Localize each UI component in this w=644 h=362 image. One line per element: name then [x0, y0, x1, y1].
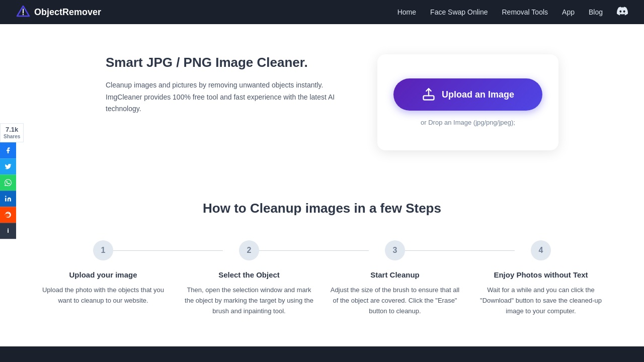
nav-links: Home Face Swap Online Removal Tools App … — [397, 6, 628, 19]
steps-title: How to Cleanup images in a few Steps — [30, 201, 614, 216]
step-3-title: Start Cleanup — [370, 270, 420, 279]
social-sidebar: 7.1k Shares i — [0, 123, 24, 239]
step-2: 2 Select the Object Then, open the selec… — [176, 240, 322, 316]
hero-title: Smart JPG / PNG Image Cleaner. — [106, 54, 337, 71]
upload-button[interactable]: Upload an Image — [393, 78, 542, 111]
upload-icon — [422, 87, 436, 102]
footer-banner: Interested how our image cleanup tool wo… — [0, 346, 644, 362]
step-4-title: Enjoy Photos without Text — [494, 270, 588, 279]
logo-icon — [16, 5, 30, 19]
step-2-title: Select the Object — [218, 270, 280, 279]
step-4-circle: 4 — [531, 240, 551, 260]
step-1-circle: 1 — [93, 240, 113, 260]
drop-text: or Drop an Image (jpg/png/jpeg); — [421, 119, 515, 126]
step-1-desc: Upload the photo with the objects that y… — [38, 285, 168, 306]
nav-blog[interactable]: Blog — [589, 8, 603, 16]
nav-removal-tools[interactable]: Removal Tools — [502, 8, 548, 16]
discord-icon[interactable] — [617, 6, 628, 19]
share-count: 7.1k — [4, 126, 20, 134]
steps-row: 1 Upload your image Upload the photo wit… — [30, 240, 614, 316]
step-2-circle: 2 — [239, 240, 259, 260]
share-label: Shares — [4, 134, 20, 140]
svg-point-2 — [23, 14, 24, 15]
whatsapp-share-button[interactable] — [0, 174, 16, 191]
step-1-line — [113, 250, 223, 251]
social-count: 7.1k Shares — [0, 123, 24, 142]
step-3-line — [405, 250, 515, 251]
steps-section: How to Cleanup images in a few Steps 1 U… — [0, 180, 644, 346]
svg-point-3 — [5, 196, 6, 197]
step-3-desc: Adjust the size of the brush to ensure t… — [330, 285, 460, 316]
linkedin-share-button[interactable] — [0, 191, 16, 207]
facebook-share-button[interactable] — [0, 142, 16, 158]
logo-text: ObjectRemover — [34, 7, 101, 18]
step-3: 3 Start Cleanup Adjust the size of the b… — [322, 240, 468, 316]
hero-text: Smart JPG / PNG Image Cleaner. Cleanup i… — [106, 54, 337, 115]
step-4: 4 Enjoy Photos without Text Wait for a w… — [468, 240, 614, 316]
upload-button-label: Upload an Image — [442, 89, 514, 100]
step-3-circle: 3 — [385, 240, 405, 260]
info-share-button[interactable]: i — [0, 223, 16, 239]
twitter-share-button[interactable] — [0, 158, 16, 174]
nav-home[interactable]: Home — [397, 8, 416, 16]
step-1-title: Upload your image — [69, 270, 137, 279]
upload-card: Upload an Image or Drop an Image (jpg/pn… — [377, 54, 558, 150]
step-2-line — [259, 250, 369, 251]
nav-face-swap[interactable]: Face Swap Online — [430, 8, 488, 16]
nav-app[interactable]: App — [562, 8, 575, 16]
hero-section: Smart JPG / PNG Image Cleaner. Cleanup i… — [0, 24, 644, 180]
hero-description: Cleanup images and pictures by removing … — [106, 79, 337, 115]
step-4-desc: Wait for a while and you can click the "… — [476, 285, 606, 316]
navbar: ObjectRemover Home Face Swap Online Remo… — [0, 0, 644, 24]
step-2-desc: Then, open the selection window and mark… — [184, 285, 314, 316]
reddit-share-button[interactable] — [0, 207, 16, 223]
svg-rect-5 — [423, 96, 434, 100]
step-1: 1 Upload your image Upload the photo wit… — [30, 240, 176, 306]
logo-link[interactable]: ObjectRemover — [16, 5, 101, 19]
